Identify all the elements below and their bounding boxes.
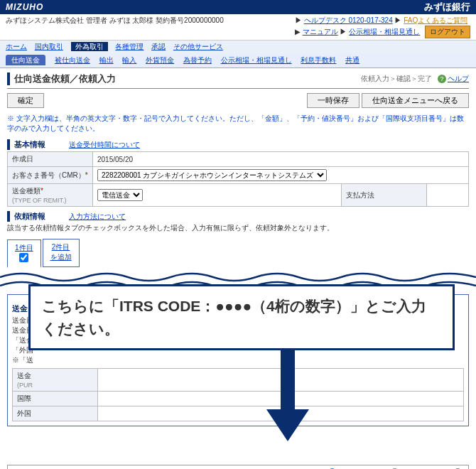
brand-logo: MIZUHO [6, 2, 43, 12]
nav-fx[interactable]: 外為取引 [71, 42, 108, 51]
tab-import[interactable]: 輸入 [122, 56, 136, 64]
nav-accept[interactable]: 承認 [151, 43, 166, 50]
help-icon: ? [438, 75, 446, 83]
instruction-callout: こちらに「ITRS CODE：●●●●（4桁の数字）」とご入力ください。 [28, 284, 455, 350]
tab-inward[interactable]: 被仕向送金 [55, 56, 90, 64]
svg-marker-0 [266, 345, 309, 441]
tab1-checkbox[interactable] [19, 253, 28, 262]
date-label: 作成日 [8, 152, 93, 167]
brand-name: みずほ銀行 [424, 1, 470, 14]
nav-secondary: 仕向送金 被仕向送金 輸出 輸入 外貨預金 為替予約 公示相場・相場見通し 利息… [0, 53, 476, 68]
customer-label: お客さま番号（CMR）* [8, 167, 93, 184]
tab-rates[interactable]: 公示相場・相場見通し [221, 56, 292, 64]
remit-type-label: 送金種類*(TYPE OF REMIT.) [8, 184, 93, 207]
help-links: ▶ ヘルプデスク 0120-017-324 ▶ FAQよくあるご質問 ▶ マニュ… [295, 16, 470, 38]
tab-export[interactable]: 輸出 [99, 56, 114, 64]
tab-outward[interactable]: 仕向送金 [6, 55, 45, 65]
pay-method-value [426, 184, 468, 207]
confirm-button[interactable]: 確定 [7, 93, 44, 108]
nav-home[interactable]: ホーム [6, 43, 27, 50]
nav-primary: ホーム 国内取引 外為取引 各種管理 承認 その他サービス [0, 41, 476, 53]
basic-table: 作成日 2015/05/20 お客さま番号（CMR）* 2282208001 カ… [7, 151, 469, 207]
rate-notice-link[interactable]: 公示相場・相場見通し [349, 28, 420, 36]
tab-item-2[interactable]: 2件目を追加 [43, 239, 80, 267]
breadcrumb: 依頼入力＞確認＞完了 ?ヘルプ [361, 74, 469, 84]
hours-link[interactable]: 送金受付時間について [69, 141, 140, 149]
input-note: ※ 文字入力欄は、半角の英大文字・数字・記号で入力してください。ただし、「金額」… [7, 114, 469, 134]
customer-select[interactable]: 2282208001 カブシキガイシャホウシンインターネットシステムズ [97, 169, 327, 181]
tab-common[interactable]: 共通 [345, 56, 359, 64]
manual-link[interactable]: マニュアル [303, 28, 338, 36]
bank-charges-row: 支払銀行・経由銀行で手数料が発生した場合* (PAYING BANK AND I… [7, 465, 469, 469]
section-basic: 基本情報 送金受付時間について [7, 139, 469, 150]
request-desc: 該当する依頼情報タブのチェックボックスを外した場合、入力有無に限らず、依頼対象外… [7, 223, 469, 233]
company-info: みずほシステム株式会社 管理者 みずほ 太郎様 契約番号2000000000 [6, 16, 224, 26]
pay-method-label: 支払方法 [341, 184, 426, 207]
tempsave-button[interactable]: 一時保存 [307, 93, 359, 108]
tab-item-1[interactable]: 1件目 [7, 239, 41, 268]
helpdesk-link[interactable]: ヘルプデスク 0120-017-324 [304, 16, 393, 24]
section-request: 依頼情報 入力方法について [7, 211, 469, 222]
nav-domestic[interactable]: 国内取引 [35, 43, 63, 50]
help-link[interactable]: ヘルプ [448, 75, 469, 82]
faq-link[interactable]: FAQよくあるご質問 [404, 16, 467, 24]
page-title: 仕向送金依頼／依頼入力 [7, 72, 116, 85]
purpose-row1: 送金(PUR [13, 369, 98, 392]
tab-fcy-deposit[interactable]: 外貨預金 [146, 56, 174, 64]
arrow-icon [263, 345, 313, 445]
purpose-row2: 国際 [13, 392, 98, 406]
date-value: 2015/05/20 [93, 152, 469, 167]
remit-type-select[interactable]: 電信送金 [97, 189, 143, 201]
purpose-row3: 外国 [13, 406, 98, 421]
nav-other[interactable]: その他サービス [173, 43, 223, 50]
back-button[interactable]: 仕向送金メニューへ戻る [362, 93, 469, 108]
tab-fees[interactable]: 利息手数料 [301, 56, 336, 64]
nav-mgmt[interactable]: 各種管理 [115, 43, 144, 50]
input-help-link[interactable]: 入力方法について [69, 212, 126, 220]
logout-button[interactable]: ログアウト [425, 26, 470, 38]
tab-fwd[interactable]: 為替予約 [183, 56, 212, 64]
